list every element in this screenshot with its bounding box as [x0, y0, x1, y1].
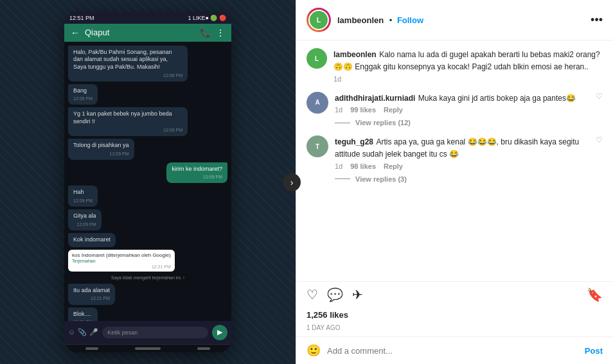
attachment-icon[interactable]: 📎 [78, 328, 87, 336]
comment-1-time: 1d [335, 106, 342, 114]
left-panel: 12:51 PM 1 LIKE● 🟢 🔴 ← Qiaput 📞 ⋮ Halo, … [0, 0, 296, 364]
comment-1-meta: 1d 99 likes Reply [335, 106, 589, 114]
translate-time: 12:21 PM [72, 264, 171, 269]
message-time: 12:09 PM [73, 127, 182, 133]
view-replies-1[interactable]: View replies (12) [335, 119, 603, 126]
post-actions: ♡ 💬 ✈ 🔖 [296, 281, 613, 308]
message-time: 12:09 PM [73, 221, 96, 227]
message-12: Blok.... 12:21 PM [68, 308, 98, 321]
add-comment-emoji-icon[interactable]: 🙂 [306, 343, 321, 358]
message-time: 12:09 PM [172, 174, 222, 180]
message-text: Itu ada alamat [73, 287, 110, 293]
comment-2-likes: 98 likes [350, 162, 376, 170]
call-icon[interactable]: 📞 [200, 28, 211, 38]
translate-label: Terjemahan [72, 259, 171, 263]
phone-mockup: 12:51 PM 1 LIKE● 🟢 🔴 ← Qiaput 📞 ⋮ Halo, … [64, 12, 231, 352]
comment-2-time: 1d [335, 162, 342, 170]
main-comment-avatar[interactable]: L [306, 48, 327, 69]
like-button[interactable]: ♡ [306, 287, 318, 302]
comment-1-heart-icon[interactable]: ♡ [596, 92, 603, 101]
chat-input-area: ☺ 📎 🎤 Ketik pesan ▶ [64, 321, 231, 344]
avatar-inner: L [308, 10, 329, 30]
chat-input-field[interactable]: Ketik pesan [102, 327, 208, 338]
follow-dot: • [389, 15, 395, 25]
nav-back[interactable] [85, 347, 98, 350]
status-icons: 1 LIKE● 🟢 🔴 [188, 15, 226, 21]
view-replies-line [335, 123, 350, 123]
comment-1-avatar[interactable]: A [306, 92, 328, 114]
message-text: Yg 1 kan paket bebek nya jumbo beda send… [73, 110, 172, 125]
phone-header: ← Qiaput 📞 ⋮ [64, 24, 231, 42]
nav-home[interactable] [135, 347, 161, 350]
post-button[interactable]: Post [585, 346, 603, 356]
emoji-icon[interactable]: ☺ [68, 328, 75, 336]
message-text: Halo, Pak/Bu Pahmi Sonang, pesanan dan a… [73, 49, 172, 70]
message-time: 12:21 PM [73, 319, 93, 320]
likes-count: 1,256 likes [306, 310, 348, 320]
post-date: 1 DAY AGO [296, 324, 613, 336]
main-comment-meta: 1d [333, 75, 603, 83]
follow-button[interactable]: Follow [397, 15, 423, 25]
comment-2-avatar[interactable]: T [306, 135, 328, 157]
back-arrow-icon[interactable]: ← [71, 28, 80, 38]
message-text: Kok indomaret [73, 236, 111, 243]
more-icon[interactable]: ⋮ [216, 28, 225, 38]
message-7: Gitya ala 12:09 PM [68, 209, 102, 230]
phone-status-bar: 12:51 PM 1 LIKE● 🟢 🔴 [64, 12, 231, 24]
message-time: 12:09 PM [73, 96, 93, 101]
user-avatar[interactable]: L [306, 8, 331, 32]
translate-bubble: kos Indomaret (diterjemahkan oleh Google… [68, 250, 175, 272]
comment-1-text: Muka kaya gini jd artis bokep aja ga pan… [418, 94, 576, 103]
message-text: kirim ke indomaret? [172, 166, 222, 172]
post-username[interactable]: lambeonlen [337, 15, 384, 25]
more-options-button[interactable]: ••• [591, 13, 603, 27]
comment-2-heart-icon[interactable]: ♡ [596, 135, 603, 144]
comment-1-username[interactable]: adithdhirajati.kurniadi [335, 94, 415, 103]
main-comment: L lambeonlen Kalo nama lu ada di gugel a… [306, 48, 603, 83]
message-2: Bang 12:09 PM [68, 84, 98, 105]
view-replies-2[interactable]: View replies (3) [335, 175, 603, 183]
main-comment-username[interactable]: lambeonlen [333, 50, 377, 59]
message-5: kirim ke indomaret? 12:09 PM [166, 162, 227, 184]
comment-1-body: adithdhirajati.kurniadi Muka kaya gini j… [335, 92, 589, 114]
message-11: Itu ada alamat 12:21 PM [68, 284, 115, 305]
message-text: Tolong di pisahkan ya [73, 142, 129, 148]
message-1: Halo, Pak/Bu Pahmi Sonang, pesanan dan a… [68, 46, 188, 82]
share-button[interactable]: ✈ [352, 287, 363, 302]
message-6: Hah 12:09 PM [68, 186, 98, 207]
translate-text: kos Indomaret (diterjemahkan oleh Google… [72, 252, 171, 258]
comments-section: L lambeonlen Kalo nama lu ada di gugel a… [296, 40, 613, 281]
header-icons: 📞 ⋮ [200, 28, 225, 38]
message-text: Gitya ala [73, 212, 96, 219]
send-button[interactable]: ▶ [212, 325, 227, 340]
message-4: Tolong di pisahkan ya 12:09 PM [68, 139, 134, 160]
comment-2: T teguh_g28 Artis apa ya, gua ga kenal 😂… [306, 135, 603, 170]
status-time: 12:51 PM [69, 15, 94, 21]
add-comment-input[interactable] [327, 346, 578, 356]
comment-1-likes: 99 likes [350, 106, 376, 114]
comment-2-reply-button[interactable]: Reply [384, 162, 403, 170]
message-8: Kok indomaret [68, 233, 116, 247]
main-comment-body: lambeonlen Kalo nama lu ada di gugel apa… [333, 48, 603, 83]
comment-2-username[interactable]: teguh_g28 [335, 137, 373, 146]
header-user-info: lambeonlen • Follow [337, 14, 423, 26]
view-replies-line-2 [335, 178, 350, 179]
post-header: L lambeonlen • Follow ••• [296, 0, 613, 40]
message-time: 12:09 PM [73, 151, 129, 157]
comment-button[interactable]: 💬 [327, 287, 343, 302]
nav-recents[interactable] [197, 347, 210, 350]
message-text: Blok.... [73, 311, 91, 317]
bookmark-button[interactable]: 🔖 [587, 287, 603, 302]
view-replies-1-button[interactable]: View replies (12) [355, 119, 411, 126]
message-time: 12:21 PM [73, 295, 110, 301]
message-text: Hah [73, 189, 84, 195]
mic-icon[interactable]: 🎤 [89, 328, 98, 336]
system-message: Saya tidak mengerti terjemahan ini. › [68, 274, 227, 281]
comment-1-reply-button[interactable]: Reply [384, 106, 403, 114]
chat-input-icons: ☺ 📎 🎤 [68, 328, 98, 336]
chat-area: Halo, Pak/Bu Pahmi Sonang, pesanan dan a… [64, 42, 231, 321]
contact-name: Qiaput [85, 28, 195, 37]
expand-arrow[interactable]: › [283, 173, 301, 191]
add-comment-section: 🙂 Post [296, 336, 613, 364]
view-replies-2-button[interactable]: View replies (3) [355, 175, 407, 183]
